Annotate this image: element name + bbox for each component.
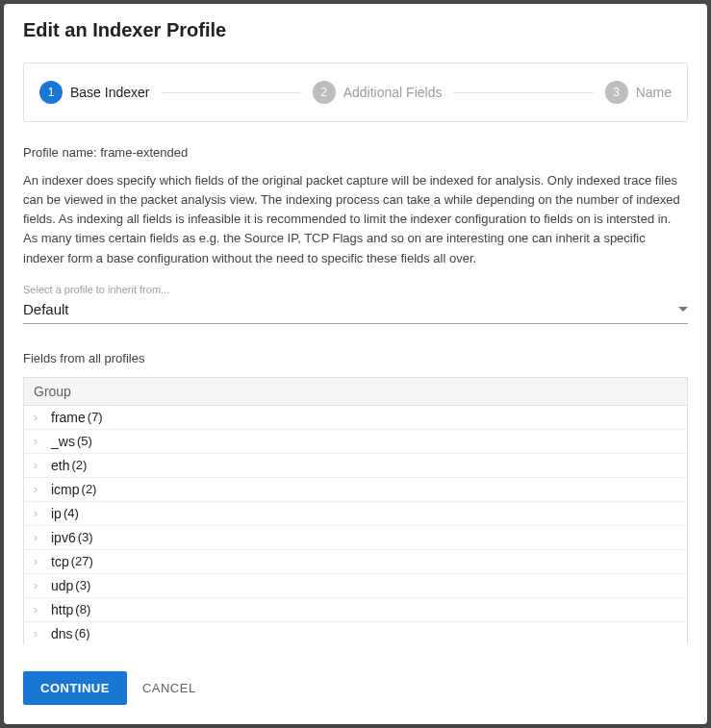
- table-row[interactable]: ›_ws (5): [24, 430, 687, 454]
- chevron-right-icon: ›: [34, 555, 41, 568]
- chevron-right-icon: ›: [34, 579, 41, 592]
- table-row[interactable]: ›icmp (2): [24, 478, 687, 502]
- step-additional-fields[interactable]: 2 Additional Fields: [313, 81, 443, 104]
- stepper: 1 Base Indexer 2 Additional Fields 3 Nam…: [23, 63, 688, 122]
- chevron-right-icon: ›: [34, 603, 41, 616]
- inherit-select-value: Default: [23, 301, 69, 317]
- inherit-select[interactable]: Default: [23, 297, 688, 324]
- chevron-right-icon: ›: [34, 507, 41, 520]
- dialog-actions: CONTINUE CANCEL: [23, 671, 688, 705]
- chevron-right-icon: ›: [34, 459, 41, 472]
- group-count: (2): [82, 482, 97, 496]
- fields-section-label: Fields from all profiles: [23, 351, 688, 365]
- fields-table: Group ›frame (7)›_ws (5)›eth (2)›icmp (2…: [23, 377, 688, 644]
- group-name: _ws: [51, 434, 75, 449]
- inherit-select-label: Select a profile to inherit from...: [23, 284, 688, 295]
- group-count: (4): [63, 506, 79, 520]
- dialog-title: Edit an Indexer Profile: [23, 19, 688, 41]
- group-name: ip: [51, 506, 62, 521]
- step-number-icon: 3: [605, 81, 628, 104]
- group-count: (5): [77, 434, 92, 448]
- group-count: (2): [71, 458, 87, 472]
- table-row[interactable]: ›ip (4): [24, 502, 687, 526]
- chevron-down-icon: [678, 307, 688, 312]
- group-name: tcp: [51, 554, 69, 569]
- edit-indexer-dialog: Edit an Indexer Profile 1 Base Indexer 2…: [4, 4, 707, 724]
- group-name: udp: [51, 578, 73, 593]
- group-count: (6): [75, 626, 90, 640]
- group-count: (3): [75, 578, 90, 592]
- group-name: http: [51, 602, 73, 617]
- chevron-right-icon: ›: [34, 627, 41, 640]
- table-row[interactable]: ›eth (2): [24, 454, 687, 478]
- step-base-indexer[interactable]: 1 Base Indexer: [39, 81, 150, 104]
- table-header-group[interactable]: Group: [24, 378, 687, 406]
- chevron-right-icon: ›: [34, 435, 41, 448]
- group-count: (7): [88, 410, 103, 424]
- group-name: icmp: [51, 482, 80, 497]
- group-name: frame: [51, 410, 86, 425]
- chevron-right-icon: ›: [34, 483, 41, 496]
- group-name: eth: [51, 458, 69, 473]
- table-row[interactable]: ›dns (6): [24, 622, 687, 644]
- step-label: Additional Fields: [343, 85, 443, 100]
- group-name: ipv6: [51, 530, 76, 545]
- table-row[interactable]: ›udp (3): [24, 574, 687, 598]
- table-row[interactable]: ›frame (7): [24, 406, 687, 430]
- step-label: Name: [636, 85, 672, 100]
- group-count: (27): [71, 554, 93, 568]
- group-name: dns: [51, 626, 73, 641]
- profile-name-label: Profile name: frame-extended: [23, 145, 688, 160]
- continue-button[interactable]: CONTINUE: [23, 671, 127, 705]
- description-text: An indexer does specify which fields of …: [23, 171, 688, 268]
- table-row[interactable]: ›http (8): [24, 598, 687, 622]
- table-row[interactable]: ›tcp (27): [24, 550, 687, 574]
- group-count: (3): [78, 530, 93, 544]
- step-number-icon: 1: [39, 81, 63, 104]
- cancel-button[interactable]: CANCEL: [142, 681, 196, 695]
- table-row[interactable]: ›ipv6 (3): [24, 526, 687, 550]
- step-connector: [453, 92, 593, 93]
- step-connector: [162, 92, 301, 93]
- content-area: Profile name: frame-extended An indexer …: [23, 145, 688, 644]
- step-number-icon: 2: [313, 81, 336, 104]
- chevron-right-icon: ›: [34, 411, 41, 424]
- step-label: Base Indexer: [70, 85, 150, 100]
- chevron-right-icon: ›: [34, 531, 41, 544]
- group-count: (8): [75, 602, 90, 616]
- step-name[interactable]: 3 Name: [605, 81, 672, 104]
